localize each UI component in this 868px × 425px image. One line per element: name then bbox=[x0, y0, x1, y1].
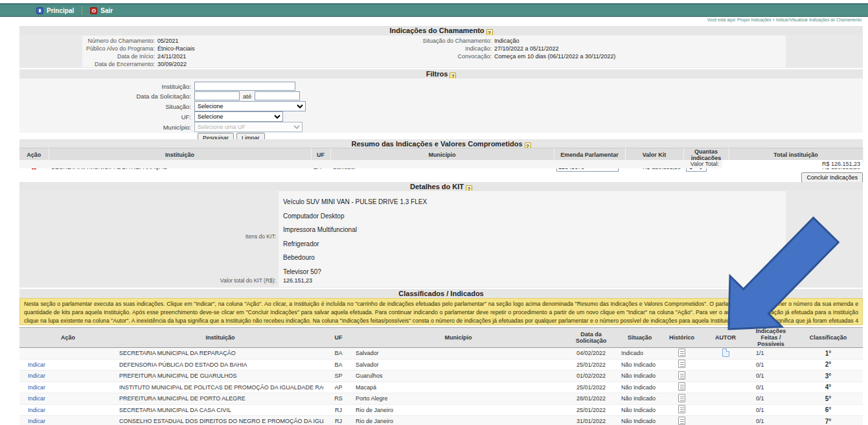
historico-icon[interactable] bbox=[678, 349, 685, 357]
cell-municipio: Rio de Janeiro bbox=[353, 416, 564, 425]
section-header-classificados: Classificados / Indicados bbox=[19, 289, 863, 298]
indicar-link[interactable]: Indicar bbox=[28, 362, 45, 368]
historico-icon[interactable] bbox=[678, 417, 685, 425]
cell-indicacoes-feitas: 0/1 bbox=[748, 393, 794, 405]
table-row: Indicar DEFENSORIA PÚBLICA DO ESTADO DA … bbox=[19, 359, 863, 371]
field-value: 30/09/2022 bbox=[157, 60, 187, 68]
cell-classificacao: 4° bbox=[794, 382, 863, 393]
section-header-kit: Detalhes do KIT? bbox=[19, 182, 863, 191]
column-header: UF bbox=[324, 328, 353, 348]
classificados-header-row: AçãoInstituiçãoUFMunicípioData da Solici… bbox=[19, 328, 863, 348]
cell-instituicao: CONSELHO ESTADUAL DOS DIREITOS DO NEGRO … bbox=[117, 416, 324, 425]
table-row: Indicar CONSELHO ESTADUAL DOS DIREITOS D… bbox=[19, 416, 863, 425]
cell-indicacoes-feitas: 0/1 bbox=[748, 404, 794, 416]
field-value: Começa em 10 dias (06/11/2022 a 30/11/20… bbox=[494, 52, 615, 60]
cell-uf: AP bbox=[324, 382, 353, 393]
cell-classificacao: 5° bbox=[794, 393, 863, 405]
section-title-kit: Detalhes do KIT bbox=[410, 183, 464, 190]
table-row: Indicar PREFEITURA MUNICIPAL DE PORTO AL… bbox=[19, 393, 863, 405]
field-value: Indicação bbox=[494, 37, 520, 45]
concluir-indicacoes-button[interactable]: Concluir Indicações bbox=[801, 172, 863, 183]
table-row: Indicar SECRETARIA MUNICIPAL DA CASA CIV… bbox=[19, 404, 863, 416]
info-field-row: Data de Encerramento:30/09/2022 bbox=[19, 60, 402, 68]
cell-instituicao: DEFENSORIA PÚBLICA DO ESTADO DA BAHIA bbox=[117, 359, 324, 371]
cell-classificacao: 3° bbox=[794, 371, 863, 382]
uf-select[interactable]: Selecione bbox=[194, 111, 283, 122]
kit-item: Bebedouro bbox=[283, 254, 427, 261]
cell-municipio: Guarulhos bbox=[353, 371, 564, 382]
column-header: Instituição bbox=[117, 328, 324, 348]
historico-icon[interactable] bbox=[678, 394, 685, 402]
instituicao-input[interactable] bbox=[194, 82, 295, 91]
valor-total-row: Valor Total: R$ 126.151,23 bbox=[19, 160, 863, 168]
menu-principal-label: Principal bbox=[47, 7, 74, 14]
field-label: Data de Início: bbox=[19, 52, 157, 60]
field-label: Data de Encerramento: bbox=[19, 60, 157, 68]
cell-situacao: Indicado bbox=[619, 348, 661, 360]
field-label: Situação do Chamamento: bbox=[402, 37, 494, 45]
menu-principal[interactable]: Principal bbox=[36, 7, 74, 14]
indicar-link[interactable]: Indicar bbox=[28, 407, 45, 413]
instructions-banner: Nesta seção o parlamentar executa as sua… bbox=[19, 298, 863, 325]
classificados-table: AçãoInstituiçãoUFMunicípioData da Solici… bbox=[19, 327, 863, 425]
filtros-panel: Instituição: Data da Solicitação: até Si… bbox=[19, 78, 863, 133]
cell-uf: BA bbox=[324, 359, 353, 371]
cell-classificacao: 6° bbox=[794, 404, 863, 416]
cell-data-solicitacao: 31/01/2022 bbox=[564, 416, 619, 425]
cell-classificacao: 1° bbox=[794, 348, 863, 360]
info-field-row: Indicação:27/10/2022 a 05/11/2022 bbox=[402, 45, 723, 52]
column-header: Indicações Feitas / Possíveis bbox=[748, 328, 794, 348]
cell-data-solicitacao: 28/01/2022 bbox=[564, 393, 619, 405]
cell-situacao: Não Indicado bbox=[619, 416, 661, 425]
cell-indicacoes-feitas: 1/1 bbox=[748, 348, 794, 360]
chamamento-fields-right: Situação do Chamamento:IndicaçãoIndicaçã… bbox=[402, 37, 723, 60]
column-header: Ação bbox=[19, 328, 117, 348]
kit-total-value: 126.151,23 bbox=[283, 277, 312, 284]
section-title-resumo: Resumo das Indicações e Valores Comprome… bbox=[351, 140, 522, 148]
data-inicio-input[interactable] bbox=[194, 91, 240, 100]
kit-total-label: Valor total do KIT (R$): bbox=[19, 277, 276, 284]
kit-item: Televisor 50? bbox=[283, 268, 427, 275]
historico-icon[interactable] bbox=[678, 405, 685, 413]
autor-lupa-icon[interactable] bbox=[722, 349, 729, 357]
cell-instituicao: PREFEITURA MUNICIPAL DE PORTO ALEGRE bbox=[117, 393, 324, 405]
municipio-select[interactable]: Selecione uma UF bbox=[194, 122, 303, 132]
column-header: Histórico bbox=[661, 328, 703, 348]
historico-icon[interactable] bbox=[678, 360, 685, 368]
data-fim-input[interactable] bbox=[255, 91, 300, 100]
cell-situacao: Não Indicado bbox=[619, 382, 661, 393]
indicar-link[interactable]: Indicar bbox=[28, 418, 45, 424]
table-row: Indicar INSTITUTO MUNICIPAL DE POLITCAS … bbox=[19, 382, 863, 393]
menu-sair[interactable]: O Sair bbox=[90, 7, 113, 14]
valor-total-label: Valor Total: bbox=[691, 161, 719, 167]
kit-panel: Itens do KIT: Veículo SUV MINI VAN - PUL… bbox=[19, 190, 863, 288]
info-field-row: Data de Início:24/11/2021 bbox=[19, 52, 402, 60]
indicar-link[interactable]: Indicar bbox=[28, 395, 45, 402]
kit-item: Veículo SUV MINI VAN - PULSE DRIVE 1.3 F… bbox=[283, 198, 427, 205]
page: Principal O Sair Você está aqui: Propor … bbox=[0, 0, 868, 425]
cell-municipio: Macapá bbox=[353, 382, 564, 393]
cell-situacao: Não Indicado bbox=[619, 359, 661, 371]
field-value: 05/2021 bbox=[157, 37, 179, 45]
field-value: Étnico-Raciais bbox=[157, 45, 195, 52]
cell-situacao: Não Indicado bbox=[619, 371, 661, 382]
ate-label: até bbox=[243, 93, 251, 100]
indicar-link[interactable]: Indicar bbox=[28, 373, 45, 379]
historico-icon[interactable] bbox=[678, 382, 685, 391]
section-title-classificados: Classificados / Indicados bbox=[398, 290, 483, 297]
info-field-row: Situação do Chamamento:Indicação bbox=[402, 37, 723, 45]
info-field-row: Número do Chamamento:05/2021 bbox=[19, 37, 402, 45]
municipio-label: Município: bbox=[19, 124, 194, 131]
kit-items-label: Itens do KIT: bbox=[19, 233, 276, 240]
indicar-link[interactable]: Indicar bbox=[28, 384, 45, 391]
situacao-select[interactable]: Selecione bbox=[194, 101, 306, 111]
historico-icon[interactable] bbox=[678, 371, 685, 380]
cell-uf: BA bbox=[324, 348, 353, 360]
cell-instituicao: SECRETARIA MUNICIPAL DA CASA CIVIL bbox=[117, 404, 324, 416]
section-header-chamamento: Indicações do Chamamento? bbox=[19, 26, 863, 35]
cell-data-solicitacao: 25/01/2022 bbox=[564, 382, 619, 393]
instituicao-label: Instituição: bbox=[19, 83, 194, 90]
field-value: 24/11/2021 bbox=[157, 52, 186, 60]
menu-sair-label: Sair bbox=[100, 7, 113, 14]
cell-municipio: Porto Alegre bbox=[353, 393, 564, 405]
